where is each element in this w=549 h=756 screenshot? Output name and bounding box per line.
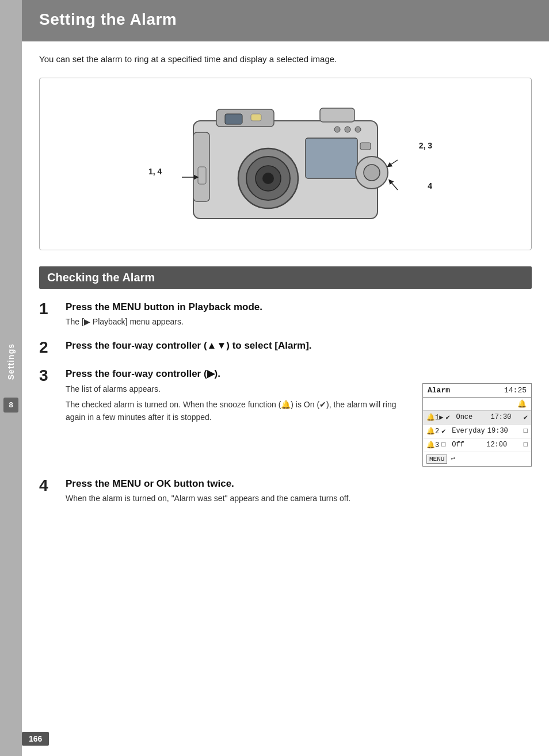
alarm-ui-time: 14:25 <box>504 386 527 395</box>
svg-point-13 <box>334 127 340 132</box>
alarm-row-3: 🔔3 □ Off 12:00 □ <box>423 438 531 452</box>
section-title: Checking the Alarm <box>47 271 155 284</box>
step-1-content: Press the MENU button in Playback mode. … <box>66 300 532 329</box>
step-3-layout: The list of alarms appears. The checked … <box>66 383 532 467</box>
camera-diagram: 1, 4 2, 3 4 <box>136 92 435 230</box>
alarm-row-2: 🔔2 ✔ Everyday 19:30 □ <box>423 425 531 438</box>
svg-rect-16 <box>360 143 371 150</box>
alarm-back-icon: ↩ <box>451 455 455 463</box>
alarm-row-1-time: 17:30 <box>490 413 512 421</box>
page-title: Setting the Alarm <box>39 10 532 29</box>
camera-illustration <box>136 92 435 230</box>
alarm-ui-box: Alarm 14:25 🔔 🔔1▶ ✔ Once 17:30 ✔ <box>422 383 532 467</box>
step-4: 4 Press the MENU or OK button twice. Whe… <box>39 477 532 505</box>
alarm-row-2-num: 🔔2 <box>426 427 439 436</box>
step-3-desc-2: The checked alarm is turned on. When the… <box>66 399 411 423</box>
main-content: Setting the Alarm You can set the alarm … <box>22 0 549 539</box>
step-4-content: Press the MENU or OK button twice. When … <box>66 477 532 505</box>
svg-line-19 <box>389 160 398 166</box>
step-4-desc: When the alarm is turned on, "Alarm was … <box>66 492 532 505</box>
svg-rect-17 <box>198 167 206 184</box>
steps-container: 1 Press the MENU button in Playback mode… <box>39 300 532 506</box>
step-3-title: Press the four-way controller (▶). <box>66 367 532 381</box>
alarm-row-3-num: 🔔3 <box>426 441 439 449</box>
sidebar: Settings 8 <box>0 0 22 756</box>
alarm-row-3-cb: □ <box>524 441 528 449</box>
label-1-4: 1, 4 <box>148 167 162 176</box>
alarm-row-3-time: 12:00 <box>486 441 508 449</box>
sidebar-label: Settings <box>6 343 16 380</box>
step-2-number: 2 <box>39 339 66 357</box>
step-3: 3 Press the four-way controller (▶). The… <box>39 367 532 467</box>
alarm-ui-header: Alarm 14:25 <box>423 384 531 398</box>
svg-line-20 <box>390 181 398 190</box>
svg-point-14 <box>345 127 350 132</box>
intro-paragraph: You can set the alarm to ring at a speci… <box>39 53 532 66</box>
label-2-3: 2, 3 <box>419 141 432 150</box>
svg-rect-9 <box>225 114 242 124</box>
alarm-row-1: 🔔1▶ ✔ Once 17:30 ✔ <box>423 411 531 425</box>
step-3-number: 3 <box>39 367 66 385</box>
step-1-number: 1 <box>39 300 66 318</box>
alarm-row-3-check: □ <box>441 441 449 449</box>
alarm-row-3-type: Off <box>452 441 484 449</box>
alarm-row-1-type: Once <box>456 413 488 421</box>
svg-point-7 <box>262 173 274 184</box>
header-banner: Setting the Alarm <box>22 0 549 41</box>
step-2-content: Press the four-way controller (▲▼) to se… <box>66 339 532 355</box>
step-3-desc-1: The list of alarms appears. <box>66 383 411 396</box>
step-4-number: 4 <box>39 477 66 495</box>
alarm-menu-button: MENU <box>426 455 447 464</box>
alarm-row-1-check: ✔ <box>445 413 453 422</box>
alarm-ui-snooze: 🔔 <box>423 398 531 411</box>
svg-point-15 <box>355 127 361 132</box>
svg-point-12 <box>364 165 380 181</box>
svg-rect-8 <box>306 138 357 178</box>
camera-diagram-box: 1, 4 2, 3 4 <box>39 78 532 250</box>
alarm-row-2-cb: □ <box>524 427 528 435</box>
step-3-content: Press the four-way controller (▶). The l… <box>66 367 532 467</box>
svg-rect-10 <box>251 114 261 121</box>
step-4-title: Press the MENU or OK button twice. <box>66 477 532 491</box>
step-2: 2 Press the four-way controller (▲▼) to … <box>39 339 532 357</box>
step-2-title: Press the four-way controller (▲▼) to se… <box>66 339 532 353</box>
alarm-ui-footer: MENU ↩ <box>423 452 531 466</box>
sidebar-badge: 8 <box>3 398 18 413</box>
step-1-desc: The [▶ Playback] menu appears. <box>66 316 532 329</box>
alarm-ui-title: Alarm <box>428 386 450 395</box>
section-header: Checking the Alarm <box>39 266 532 289</box>
step-1: 1 Press the MENU button in Playback mode… <box>39 300 532 329</box>
alarm-row-2-check: ✔ <box>441 427 449 436</box>
alarm-row-1-cb: ✔ <box>524 413 528 422</box>
page-number: 166 <box>22 732 49 746</box>
alarm-row-1-num: 🔔1▶ <box>426 413 443 422</box>
step-1-title: Press the MENU button in Playback mode. <box>66 300 532 314</box>
alarm-row-2-time: 19:30 <box>487 427 509 435</box>
alarm-row-2-type: Everyday <box>452 427 485 435</box>
label-4: 4 <box>428 181 432 190</box>
svg-rect-2 <box>320 108 354 122</box>
step-3-text: The list of alarms appears. The checked … <box>66 383 411 424</box>
